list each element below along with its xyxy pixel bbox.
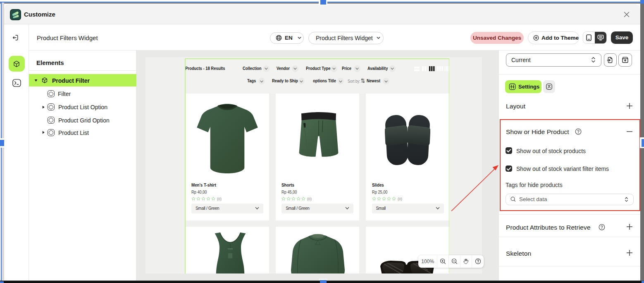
svg-text:(0): (0) xyxy=(398,197,402,201)
svg-text:(0): (0) xyxy=(307,197,312,201)
svg-text:(0): (0) xyxy=(217,197,222,201)
